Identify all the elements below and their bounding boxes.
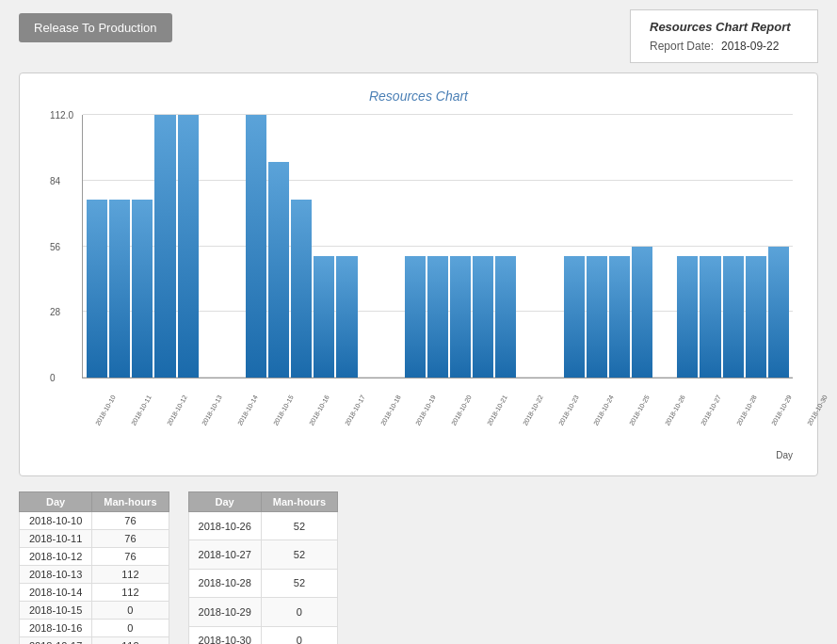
table-row: 2018-10-2752: [188, 540, 338, 569]
bar: [291, 200, 312, 378]
table1-hours-cell: 0: [92, 602, 169, 620]
table1-hours-cell: 76: [92, 530, 169, 548]
table2-day-header: Day: [188, 492, 261, 512]
table1-day-cell: 2018-10-14: [20, 584, 92, 602]
chart-area: 112.0 84 56 28 0: [82, 115, 793, 378]
bar: [609, 256, 630, 378]
bar: [314, 256, 334, 378]
table-row: 2018-10-1276: [20, 548, 169, 566]
table1-hours-cell: 76: [92, 548, 169, 566]
table2-day-cell: 2018-10-27: [188, 540, 261, 569]
report-date-value: 2018-09-22: [721, 40, 779, 53]
table-right: Day Man-hours 2018-10-26522018-10-275220…: [188, 491, 339, 644]
table2-hours-cell: 52: [261, 540, 337, 569]
table2-day-cell: 2018-10-29: [188, 598, 261, 626]
table2-hours-cell: 52: [261, 569, 337, 597]
table-row: 2018-10-14112: [20, 584, 169, 602]
tables-area: Day Man-hours 2018-10-10762018-10-117620…: [19, 491, 818, 644]
bar: [87, 200, 107, 378]
table1-day-cell: 2018-10-15: [20, 602, 92, 620]
table1-day-cell: 2018-10-11: [20, 530, 92, 548]
table2-day-cell: 2018-10-30: [188, 626, 261, 644]
table-row: 2018-10-17112: [20, 637, 169, 645]
bar: [450, 256, 471, 378]
bar: [109, 200, 130, 378]
table1-day-cell: 2018-10-13: [20, 566, 92, 584]
bar: [427, 256, 448, 378]
y-tick-56: 56: [50, 241, 60, 251]
table1-day-header: Day: [20, 492, 92, 512]
table2-hours-cell: 0: [261, 626, 337, 644]
report-date-label: Report Date:: [650, 40, 714, 53]
table2-hours-cell: 52: [261, 512, 337, 540]
table1-hours-cell: 112: [92, 566, 169, 584]
x-axis-labels: 2018-10-102018-10-112018-10-122018-10-13…: [82, 407, 793, 446]
table1-day-cell: 2018-10-16: [20, 620, 92, 637]
bar: [405, 256, 426, 378]
table1-day-cell: 2018-10-10: [20, 512, 92, 530]
x-axis-title: Day: [35, 450, 793, 460]
table1-hours-cell: 76: [92, 512, 169, 530]
bar: [473, 256, 493, 378]
table-row: 2018-10-290: [188, 598, 338, 626]
bar: [677, 256, 698, 378]
table2-day-cell: 2018-10-28: [188, 569, 261, 597]
y-tick-28: 28: [50, 307, 60, 317]
bar: [700, 256, 720, 378]
table-row: 2018-10-300: [188, 626, 338, 644]
table-row: 2018-10-1176: [20, 530, 169, 548]
bars-wrapper: [83, 115, 793, 378]
bar: [746, 256, 766, 378]
table-row: 2018-10-150: [20, 602, 169, 620]
chart-container: Resources Chart Man/Hours 112.0 84 56 28…: [19, 72, 818, 476]
table-row: 2018-10-1076: [20, 512, 169, 530]
bar: [564, 256, 585, 378]
table1-day-cell: 2018-10-17: [20, 637, 92, 645]
table1-hours-cell: 112: [92, 637, 169, 645]
y-tick-112: 112.0: [50, 110, 73, 121]
bar: [723, 256, 744, 378]
table2-hours-cell: 0: [261, 598, 337, 626]
table-row: 2018-10-2652: [188, 512, 338, 540]
bar: [268, 162, 289, 378]
table1-hours-cell: 0: [92, 620, 169, 637]
table-row: 2018-10-2852: [188, 569, 338, 597]
bar: [178, 115, 199, 378]
bar: [768, 247, 789, 378]
chart-title: Resources Chart: [35, 89, 802, 104]
release-to-production-button[interactable]: Release To Production: [19, 13, 172, 42]
table-left: Day Man-hours 2018-10-10762018-10-117620…: [19, 491, 169, 644]
bar: [246, 115, 266, 378]
table2-hours-header: Man-hours: [261, 492, 337, 512]
y-tick-0: 0: [50, 373, 56, 383]
table1-hours-header: Man-hours: [92, 492, 169, 512]
bar: [336, 256, 357, 378]
bar: [495, 256, 516, 378]
report-info-box: Resources Chart Report Report Date: 2018…: [630, 9, 818, 63]
table-row: 2018-10-13112: [20, 566, 169, 584]
report-box-title: Resources Chart Report: [650, 20, 798, 34]
table2-day-cell: 2018-10-26: [188, 512, 261, 540]
bar: [587, 256, 607, 378]
bar: [632, 247, 652, 378]
table1-day-cell: 2018-10-12: [20, 548, 92, 566]
x-label: 2018-10-30: [806, 394, 837, 442]
table-row: 2018-10-160: [20, 620, 169, 637]
bar: [132, 200, 153, 378]
y-tick-84: 84: [50, 175, 60, 185]
bar: [154, 115, 175, 378]
table1-hours-cell: 112: [92, 584, 169, 602]
